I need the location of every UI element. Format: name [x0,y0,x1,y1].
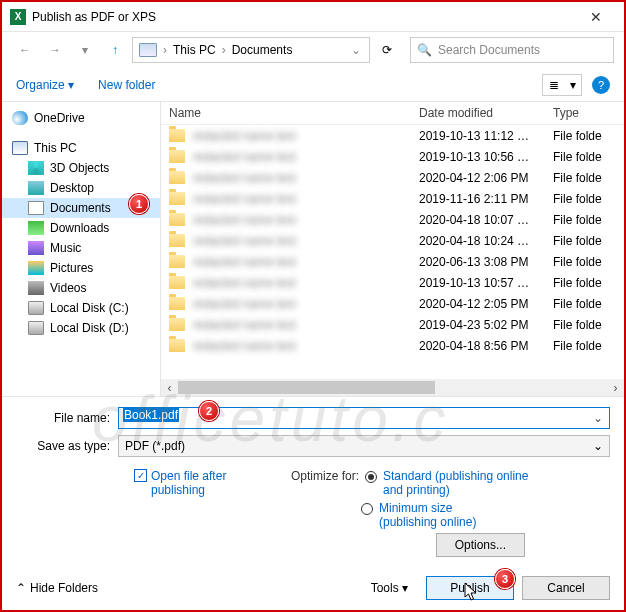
table-row[interactable]: redacted name text2020-04-18 8:56 PMFile… [161,335,624,356]
tree-downloads[interactable]: Downloads [2,218,160,238]
folder-icon [169,318,185,331]
file-date: 2020-06-13 3:08 PM [419,255,553,269]
file-name-blurred: redacted name text [193,192,296,206]
file-name-blurred: redacted name text [193,255,296,269]
forward-icon: → [42,37,68,63]
cancel-button[interactable]: Cancel [522,576,610,600]
nav-tree: OneDrive This PC 3D Objects Desktop Docu… [2,102,160,396]
options-button[interactable]: Options... [436,533,525,557]
col-date[interactable]: Date modified [419,106,553,120]
file-name-blurred: redacted name text [193,276,296,290]
table-row[interactable]: redacted name text2020-04-18 10:07 …File… [161,209,624,230]
file-type: File folde [553,297,616,311]
table-row[interactable]: redacted name text2019-10-13 11:12 …File… [161,125,624,146]
tree-music[interactable]: Music [2,238,160,258]
footer: ⌃ Hide Folders Tools Publish Cancel [16,576,610,600]
folder-icon [169,276,185,289]
hide-folders-button[interactable]: ⌃ Hide Folders [16,581,98,595]
optimize-label: Optimize for: [291,469,359,483]
back-icon[interactable]: ← [12,37,38,63]
view-mode-button[interactable]: ≣▾ [542,74,582,96]
scroll-right-icon[interactable]: › [607,381,624,395]
new-folder-button[interactable]: New folder [98,78,155,92]
search-icon: 🔍 [417,43,432,57]
table-row[interactable]: redacted name text2020-04-18 10:24 …File… [161,230,624,251]
file-list-pane: Name Date modified Type redacted name te… [160,102,624,396]
file-date: 2019-10-13 11:12 … [419,129,553,143]
radio-standard[interactable] [365,471,377,483]
tree-videos[interactable]: Videos [2,278,160,298]
table-row[interactable]: redacted name text2020-04-12 2:05 PMFile… [161,293,624,314]
file-name-blurred: redacted name text [193,150,296,164]
saveas-type-combo[interactable]: PDF (*.pdf) ⌄ [118,435,610,457]
folder-icon [169,129,185,142]
toolbar: Organize New folder ≣▾ ? [2,68,624,102]
radio-minimum[interactable] [361,503,373,515]
tree-onedrive[interactable]: OneDrive [2,108,160,128]
breadcrumb-thispc[interactable]: This PC [173,43,216,57]
breadcrumb-documents[interactable]: Documents [232,43,293,57]
tree-pictures[interactable]: Pictures [2,258,160,278]
file-date: 2019-04-23 5:02 PM [419,318,553,332]
close-icon[interactable]: ✕ [576,9,616,25]
chevron-down-icon[interactable]: ⌄ [349,43,363,57]
pc-icon [139,43,157,57]
explorer-pane: OneDrive This PC 3D Objects Desktop Docu… [2,102,624,397]
recent-dropdown-icon[interactable]: ▾ [72,37,98,63]
file-name-blurred: redacted name text [193,297,296,311]
table-row[interactable]: redacted name text2019-10-13 10:56 …File… [161,146,624,167]
file-name-blurred: redacted name text [193,339,296,353]
col-name[interactable]: Name [169,106,419,120]
chevron-right-icon[interactable]: › [220,43,228,57]
disk-icon [28,321,44,335]
table-row[interactable]: redacted name text2020-04-12 2:06 PMFile… [161,167,624,188]
file-name-blurred: redacted name text [193,234,296,248]
tree-3d-objects[interactable]: 3D Objects [2,158,160,178]
file-type: File folde [553,318,616,332]
open-after-checkbox[interactable]: ✓ Open file after publishing [134,469,241,557]
tree-disk-c[interactable]: Local Disk (C:) [2,298,160,318]
up-icon[interactable]: ↑ [102,37,128,63]
col-type[interactable]: Type [553,106,616,120]
tools-button[interactable]: Tools [371,581,408,595]
chevron-right-icon[interactable]: › [161,43,169,57]
excel-icon: X [10,9,26,25]
help-icon[interactable]: ? [592,76,610,94]
scroll-left-icon[interactable]: ‹ [161,381,178,395]
document-icon [28,201,44,215]
tree-disk-d[interactable]: Local Disk (D:) [2,318,160,338]
video-icon [28,281,44,295]
open-after-label: Open file after publishing [151,469,241,497]
file-date: 2020-04-18 10:24 … [419,234,553,248]
tree-thispc[interactable]: This PC [2,138,160,158]
horizontal-scrollbar[interactable]: ‹ › [161,379,624,396]
file-date: 2020-04-12 2:05 PM [419,297,553,311]
disk-icon [28,301,44,315]
breadcrumb[interactable]: › This PC › Documents ⌄ [132,37,370,63]
search-input[interactable]: 🔍 Search Documents [410,37,614,63]
file-date: 2020-04-18 10:07 … [419,213,553,227]
table-row[interactable]: redacted name text2019-04-23 5:02 PMFile… [161,314,624,335]
filename-value: Book1.pdf [123,408,179,422]
music-icon [28,241,44,255]
saveas-label: Save as type: [16,439,118,453]
refresh-icon[interactable]: ⟳ [374,43,400,57]
desktop-icon [28,181,44,195]
folder-icon [169,213,185,226]
folder-icon [169,255,185,268]
file-type: File folde [553,171,616,185]
filename-input[interactable]: Book1.pdf ⌄ [118,407,610,429]
cursor-icon [464,582,480,602]
organize-button[interactable]: Organize [16,78,74,92]
file-list[interactable]: redacted name text2019-10-13 11:12 …File… [161,125,624,379]
table-row[interactable]: redacted name text2019-11-16 2:11 PMFile… [161,188,624,209]
folder-icon [169,297,185,310]
folder-icon [169,192,185,205]
pc-icon [12,141,28,155]
chevron-down-icon[interactable]: ⌄ [593,411,603,425]
table-row[interactable]: redacted name text2020-06-13 3:08 PMFile… [161,251,624,272]
table-row[interactable]: redacted name text2019-10-13 10:57 …File… [161,272,624,293]
download-icon [28,221,44,235]
file-type: File folde [553,339,616,353]
file-type: File folde [553,276,616,290]
